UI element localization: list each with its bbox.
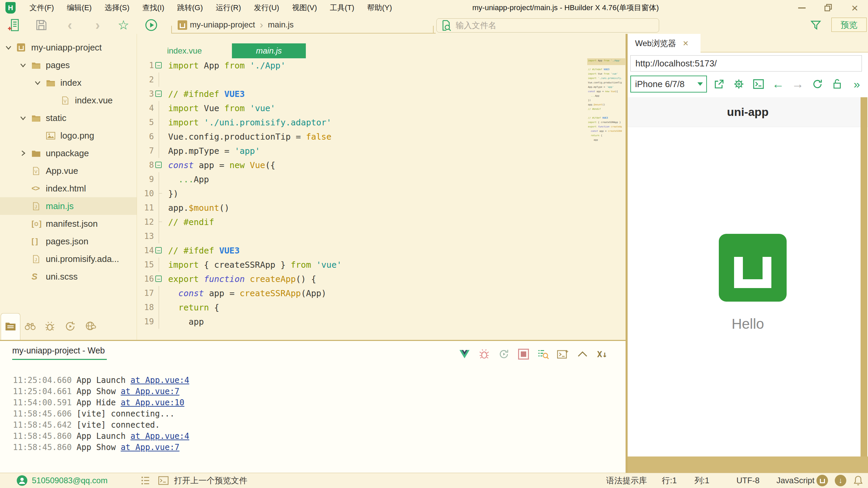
menu-运行(R)[interactable]: 运行(R) xyxy=(209,0,248,16)
search-log-button[interactable] xyxy=(537,348,549,360)
account-avatar[interactable] xyxy=(16,475,28,486)
menu-选择(S)[interactable]: 选择(S) xyxy=(98,0,136,16)
cursor-line-label[interactable]: 行:1 xyxy=(662,475,677,486)
code-area[interactable]: 1−import App from './App'23−// #ifndef V… xyxy=(137,58,626,329)
fold-toggle[interactable]: − xyxy=(154,243,164,258)
debug-button[interactable] xyxy=(478,348,490,360)
log-source-link[interactable]: at App.vue:4 xyxy=(131,375,189,385)
browser-settings-button[interactable] xyxy=(731,77,746,92)
menu-帮助(Y)[interactable]: 帮助(Y) xyxy=(361,0,398,16)
clear-console-button[interactable]: X↓ xyxy=(596,348,608,360)
new-terminal-button[interactable] xyxy=(557,348,569,360)
sidebar-tab-refresh[interactable] xyxy=(64,321,76,332)
menu-视图(V)[interactable]: 视图(V) xyxy=(285,0,323,16)
favorite-button[interactable]: ☆ xyxy=(117,18,130,32)
console-tab[interactable]: my-uniapp-project - Web xyxy=(12,346,107,360)
cursor-col-label[interactable]: 列:1 xyxy=(694,475,709,486)
fold-toggle[interactable]: − xyxy=(154,272,164,286)
js-file-icon: J xyxy=(32,255,41,263)
menu-工具(T)[interactable]: 工具(T) xyxy=(323,0,361,16)
tree-item-App.vue[interactable]: VApp.vue xyxy=(0,162,137,180)
close-button[interactable]: × xyxy=(842,0,868,16)
run-button[interactable] xyxy=(144,18,158,32)
browser-refresh-button[interactable] xyxy=(810,77,825,92)
tree-item-unpackage[interactable]: unpackage xyxy=(0,144,137,162)
tree-item-manifest.json[interactable]: []manifest.json xyxy=(0,215,137,232)
tree-item-pages[interactable]: pages xyxy=(0,56,137,74)
minimize-button[interactable] xyxy=(789,0,815,16)
sidebar-tab-search[interactable] xyxy=(24,321,36,332)
chevron-right-icon[interactable] xyxy=(19,149,27,157)
browser-lock-button[interactable] xyxy=(830,77,845,92)
url-input[interactable]: http://localhost:5173/ xyxy=(630,55,862,72)
chevron-down-icon[interactable] xyxy=(19,61,27,69)
language-label[interactable]: JavaScript xyxy=(776,476,814,485)
tree-item-logo.png[interactable]: logo.png xyxy=(0,127,137,144)
breadcrumb-project[interactable]: my-uniapp-project xyxy=(190,20,255,29)
fold-toggle[interactable]: − xyxy=(154,87,164,101)
account-email[interactable]: 510509083@qq.com xyxy=(32,476,107,485)
device-select[interactable]: iPhone 6/7/8 xyxy=(630,76,707,93)
preview-button[interactable]: 预览 xyxy=(831,18,867,32)
tree-item-uni.promisify.ada...[interactable]: Juni.promisify.ada... xyxy=(0,250,137,268)
collapse-console-button[interactable] xyxy=(577,348,588,360)
chevron-down-icon[interactable] xyxy=(19,114,27,122)
tree-item-uni.scss[interactable]: Suni.scss xyxy=(0,268,137,285)
browser-back-button[interactable]: ← xyxy=(771,77,786,92)
editor-tab-index.vue[interactable]: index.vue xyxy=(151,43,218,58)
log-source-link[interactable]: at App.vue:4 xyxy=(131,431,189,441)
browser-console-button[interactable] xyxy=(751,77,766,92)
browser-horizontal-scrollbar[interactable] xyxy=(628,456,868,473)
vue-devtools-button[interactable] xyxy=(459,348,470,360)
tree-item-index.vue[interactable]: Vindex.vue xyxy=(0,92,137,109)
save-button[interactable] xyxy=(35,18,48,32)
log-source-link[interactable]: at App.vue:7 xyxy=(121,443,179,452)
browser-tab[interactable]: Web浏览器 × xyxy=(628,34,701,53)
maximize-button[interactable] xyxy=(815,0,842,16)
minimap[interactable]: import App from './App'// #ifndef VUE3im… xyxy=(588,59,622,143)
sidebar-tab-debug[interactable] xyxy=(44,321,56,332)
tree-item-index[interactable]: index xyxy=(0,74,137,92)
tree-item-index.html[interactable]: <>index.html xyxy=(0,180,137,197)
outline-button[interactable] xyxy=(140,475,152,486)
chevron-down-icon[interactable] xyxy=(5,44,12,51)
syntax-lib-label[interactable]: 语法提示库 xyxy=(606,475,647,486)
chevron-down-icon[interactable] xyxy=(34,79,41,86)
menu-跳转(G)[interactable]: 跳转(G) xyxy=(171,0,210,16)
open-last-preview-label[interactable]: 打开上一个预览文件 xyxy=(174,475,247,486)
menu-编辑(E)[interactable]: 编辑(E) xyxy=(60,0,98,16)
stop-button[interactable] xyxy=(518,348,529,360)
browser-forward-button[interactable]: → xyxy=(790,77,805,92)
browser-tab-close-icon[interactable]: × xyxy=(683,38,688,49)
navigate-back-button[interactable]: ‹ xyxy=(63,18,77,32)
uniapp-helper-button[interactable] xyxy=(816,475,828,486)
restart-button[interactable] xyxy=(498,348,510,360)
breadcrumb-file[interactable]: main.js xyxy=(268,20,294,29)
menu-文件(F)[interactable]: 文件(F) xyxy=(23,0,60,16)
terminal-status-button[interactable] xyxy=(158,475,169,486)
tree-item-pages.json[interactable]: [ ]pages.json xyxy=(0,232,137,250)
encoding-label[interactable]: UTF-8 xyxy=(736,476,760,485)
more-tools-button[interactable]: » xyxy=(849,77,864,92)
tree-item-main.js[interactable]: Jmain.js xyxy=(0,197,137,215)
browser-vertical-scrollbar[interactable] xyxy=(861,97,867,456)
sidebar-tab-remote[interactable] xyxy=(85,321,96,332)
fold-toggle[interactable]: − xyxy=(154,58,164,73)
tree-item-static[interactable]: static xyxy=(0,109,137,127)
editor-tab-main.js[interactable]: main.js xyxy=(232,43,306,58)
fold-toggle[interactable]: − xyxy=(154,158,164,172)
navigate-forward-button[interactable]: › xyxy=(91,18,104,32)
file-search-input[interactable]: 输入文件名 xyxy=(436,18,659,33)
resize-viewport-button[interactable] xyxy=(712,77,727,92)
menu-发行(U)[interactable]: 发行(U) xyxy=(248,0,286,16)
tree-item-my-uniapp-project[interactable]: my-uniapp-project xyxy=(0,39,137,56)
sidebar-tab-files[interactable] xyxy=(5,321,16,332)
filter-button[interactable] xyxy=(809,18,823,32)
new-file-button[interactable] xyxy=(7,18,20,32)
breadcrumb[interactable]: my-uniapp-project › main.js xyxy=(190,16,294,34)
notifications-button[interactable] xyxy=(852,475,864,486)
log-source-link[interactable]: at App.vue:7 xyxy=(121,387,179,396)
update-download-button[interactable]: ↓ xyxy=(835,475,846,486)
menu-查找(I)[interactable]: 查找(I) xyxy=(136,0,171,16)
log-source-link[interactable]: at App.vue:10 xyxy=(121,398,184,407)
